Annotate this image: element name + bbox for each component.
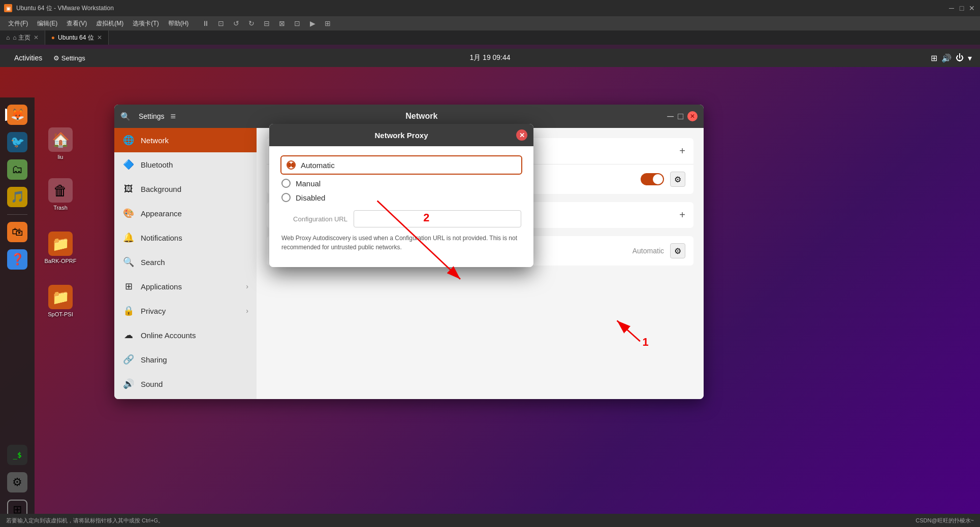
dock-files[interactable]: 🗂 — [5, 157, 29, 182]
dock-help[interactable]: ❓ — [5, 247, 29, 272]
desktop-icon-trash[interactable]: 🗑 Trash — [42, 178, 79, 211]
vm-btn4[interactable]: ⊟ — [261, 17, 273, 29]
sidebar-item-privacy[interactable]: 🔒 Privacy › — [114, 299, 257, 323]
wired-gear-btn[interactable]: ⚙ — [670, 172, 685, 187]
proxy-titlebar: Network Proxy ✕ — [269, 124, 533, 146]
help-icon: ❓ — [7, 249, 27, 270]
add-wired-btn[interactable]: + — [679, 145, 685, 157]
manual-label: Manual — [296, 179, 321, 188]
search-sidebar-icon: 🔍 — [122, 256, 135, 268]
dock-music[interactable]: 🎵 — [5, 185, 29, 209]
trash-icon: 🗑 — [48, 178, 73, 203]
applications-icon: ⊞ — [122, 280, 135, 292]
settings-maximize-btn[interactable]: □ — [678, 111, 683, 122]
notifications-icon: 🔔 — [122, 232, 135, 244]
sidebar-item-network[interactable]: 🌐 Network — [114, 128, 257, 152]
dock-settings[interactable]: ⚙ — [5, 470, 29, 495]
volume-icon[interactable]: 🔊 — [941, 53, 952, 63]
radio-manual[interactable] — [281, 179, 291, 188]
config-url-input[interactable] — [354, 210, 521, 227]
gnome-topbar: Activities ⚙ Settings 1月 19 09:44 ⊞ 🔊 ⏻ … — [0, 49, 980, 67]
sidebar-item-online-accounts[interactable]: ☁ Online Accounts — [114, 323, 257, 347]
home-icon: ⌂ — [6, 34, 10, 41]
radio-automatic[interactable] — [287, 160, 296, 170]
settings-search-icon[interactable]: 🔍 — [120, 112, 131, 121]
vm-btn3[interactable]: ↻ — [245, 17, 258, 29]
applications-label: Applications — [141, 282, 240, 291]
sidebar-item-notifications[interactable]: 🔔 Notifications — [114, 225, 257, 250]
tab-home[interactable]: ⌂ ⌂ 主页 ✕ — [0, 30, 45, 45]
vmware-tabbar: ⌂ ⌂ 主页 ✕ ● Ubuntu 64 位 ✕ — [0, 30, 980, 45]
systray-arrow[interactable]: ▾ — [968, 53, 972, 63]
appearance-label: Appearance — [141, 209, 248, 218]
vm-btn2[interactable]: ↺ — [230, 17, 242, 29]
sidebar-item-sound[interactable]: 🔊 Sound — [114, 372, 257, 396]
wired-toggle[interactable] — [641, 173, 664, 185]
proxy-gear-btn[interactable]: ⚙ — [670, 243, 685, 258]
menu-edit[interactable]: 编辑(E) — [33, 18, 61, 29]
settings-hamburger-btn[interactable]: ≡ — [171, 111, 176, 122]
proxy-option-automatic[interactable]: Automatic — [280, 155, 522, 175]
menu-tab[interactable]: 选项卡(T) — [129, 18, 163, 29]
vm-btn5[interactable]: ⊠ — [276, 17, 288, 29]
vm-btn7[interactable]: ⊞ — [322, 17, 334, 29]
bluetooth-icon: 🔷 — [122, 158, 135, 171]
proxy-close-btn[interactable]: ✕ — [516, 129, 527, 141]
music-icon: 🎵 — [7, 187, 27, 207]
settings-titlebar-left: 🔍 Settings ≡ — [120, 111, 176, 122]
sidebar-item-search[interactable]: 🔍 Search — [114, 250, 257, 274]
menu-vm[interactable]: 虚拟机(M) — [92, 18, 128, 29]
online-accounts-label: Online Accounts — [141, 331, 248, 340]
desktop-icon-spot[interactable]: 📁 SpOT-PSI — [42, 285, 79, 317]
pause-btn[interactable]: ⏸ — [200, 17, 212, 29]
close-btn[interactable]: ✕ — [968, 4, 976, 12]
vmware-statusbar: 若要输入定向到该虚拟机，请将鼠标指针移入其中或按 Ctrl+G。 CSDN@旺旺… — [0, 514, 980, 527]
menu-help[interactable]: 帮助(H) — [164, 18, 193, 29]
network-systray-icon[interactable]: ⊞ — [931, 53, 937, 63]
terminal-btn[interactable]: ▶ — [306, 17, 319, 29]
settings-close-btn[interactable]: ✕ — [687, 111, 698, 121]
proxy-option-manual[interactable]: Manual — [281, 179, 521, 188]
sidebar-item-background[interactable]: 🖼 Background — [114, 177, 257, 201]
ubuntu-dock: 🦊 🐦 🗂 🎵 🛍 ❓ _$ ⚙ ⊞ — [0, 97, 35, 527]
settings-minimize-btn[interactable]: ─ — [667, 111, 674, 122]
proxy-option-disabled[interactable]: Disabled — [281, 193, 521, 202]
dock-software[interactable]: 🛍 — [5, 220, 29, 244]
desktop-icon-bark[interactable]: 📁 BaRK-OPRF — [42, 232, 79, 264]
menu-file[interactable]: 文件(F) — [4, 18, 32, 29]
terminal-icon: _$ — [7, 445, 27, 465]
dock-firefox[interactable]: 🦊 — [5, 103, 29, 127]
vm-btn1[interactable]: ⊡ — [215, 17, 227, 29]
bark-folder-icon: 📁 — [48, 232, 73, 256]
settings-main-title: Network — [176, 112, 667, 121]
tab-home-close[interactable]: ✕ — [34, 34, 39, 41]
bark-label: BaRK-OPRF — [45, 258, 77, 264]
settings-sidebar: 🌐 Network 🔷 Bluetooth 🖼 Background 🎨 App… — [114, 128, 257, 399]
maximize-btn[interactable]: □ — [958, 4, 966, 12]
background-icon: 🖼 — [122, 183, 135, 195]
vm-btn6[interactable]: ⊡ — [291, 17, 303, 29]
radio-disabled[interactable] — [281, 193, 291, 202]
settings-btn[interactable]: ⚙ Settings — [48, 52, 90, 64]
thunderbird-icon: 🐦 — [7, 132, 27, 152]
sidebar-item-applications[interactable]: ⊞ Applications › — [114, 274, 257, 299]
add-vpn-btn[interactable]: + — [679, 209, 685, 221]
sidebar-item-bluetooth[interactable]: 🔷 Bluetooth — [114, 152, 257, 177]
dock-terminal[interactable]: _$ — [5, 443, 29, 467]
vmware-titlebar: ▣ Ubuntu 64 位 - VMware Workstation ─ □ ✕ — [0, 0, 980, 16]
activities-btn[interactable]: Activities — [8, 52, 48, 64]
tab-ubuntu-close[interactable]: ✕ — [97, 34, 102, 41]
tab-ubuntu[interactable]: ● Ubuntu 64 位 ✕ — [45, 30, 109, 45]
statusbar-right-text: CSDN@旺旺的扑棱水~ — [915, 517, 974, 524]
sharing-icon: 🔗 — [122, 353, 135, 366]
vmware-menubar: 文件(F) 编辑(E) 查看(V) 虚拟机(M) 选项卡(T) 帮助(H) ⏸ … — [0, 16, 980, 30]
sidebar-item-appearance[interactable]: 🎨 Appearance — [114, 201, 257, 225]
spot-label: SpOT-PSI — [48, 311, 73, 317]
desktop-icon-home[interactable]: 🏠 liu — [42, 127, 79, 160]
power-icon[interactable]: ⏻ — [956, 53, 964, 62]
sidebar-item-sharing[interactable]: 🔗 Sharing — [114, 347, 257, 372]
privacy-arrow: › — [246, 307, 248, 315]
dock-thunderbird[interactable]: 🐦 — [5, 130, 29, 154]
menu-view[interactable]: 查看(V) — [62, 18, 91, 29]
minimize-btn[interactable]: ─ — [947, 4, 956, 12]
